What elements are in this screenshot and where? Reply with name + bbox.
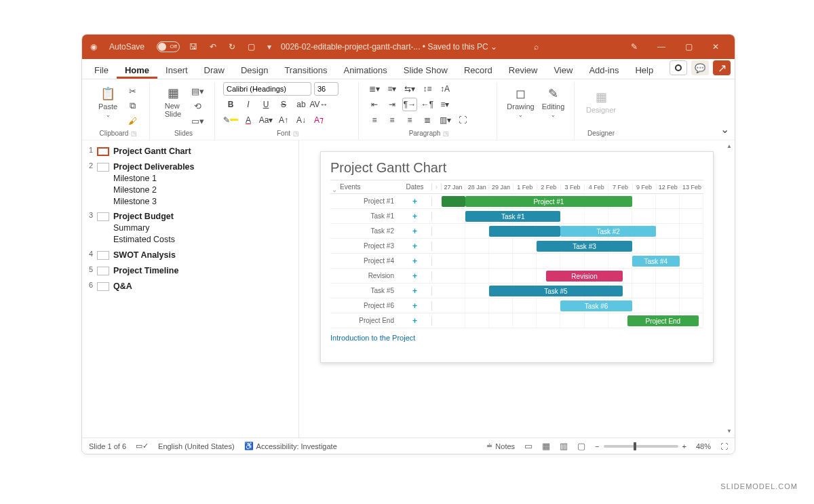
gantt-row[interactable]: Project #6+Task #6 xyxy=(330,298,703,313)
font-name-select[interactable] xyxy=(223,82,311,96)
sorter-view-icon[interactable]: ▦ xyxy=(542,441,550,451)
format-painter-icon[interactable]: 🖌 xyxy=(125,115,139,127)
outline-slide[interactable]: 3Project BudgetSummaryEstimated Costs xyxy=(86,211,294,246)
undo-icon[interactable]: ↶ xyxy=(207,35,219,59)
tab-insert[interactable]: Insert xyxy=(157,61,196,79)
inc-indent-button[interactable]: ⇥ xyxy=(385,98,400,111)
gantt-chart[interactable]: ⌄EventsDates›27 Jan28 Jan29 Jan1 Feb2 Fe… xyxy=(330,180,703,328)
gantt-row[interactable]: Project #4+Task #4 xyxy=(330,254,703,269)
reset-icon[interactable]: ⟲ xyxy=(191,100,204,112)
tab-slide-show[interactable]: Slide Show xyxy=(395,61,456,79)
underline-button[interactable]: U xyxy=(258,98,273,111)
bullets-button[interactable]: ≣▾ xyxy=(367,82,382,96)
from-beginning-icon[interactable]: ▢ xyxy=(245,35,258,59)
rtl-button[interactable]: ←¶ xyxy=(420,98,435,111)
clear-format-button[interactable]: A⁊ xyxy=(311,113,326,127)
gantt-row[interactable]: Project #3+Task #3 xyxy=(330,239,703,254)
line-spacing-button[interactable]: ↕≡ xyxy=(420,82,435,96)
zoom-out-icon[interactable]: − xyxy=(595,442,599,450)
tab-review[interactable]: Review xyxy=(501,61,546,79)
notes-button[interactable]: ≐ Notes xyxy=(486,442,515,450)
tab-design[interactable]: Design xyxy=(233,61,276,79)
gantt-row[interactable]: Project End+Project End xyxy=(330,313,703,328)
tab-draw[interactable]: Draw xyxy=(196,61,233,79)
slide-counter[interactable]: Slide 1 of 6 xyxy=(89,442,126,450)
scroll-up-icon[interactable]: ▲ xyxy=(726,143,732,150)
drawing-button[interactable]: ◻Drawing⌄ xyxy=(506,82,536,121)
strike-button[interactable]: S xyxy=(276,98,291,111)
camera-mode-icon[interactable] xyxy=(670,60,687,75)
accessibility-status[interactable]: ♿ Accessibility: Investigate xyxy=(244,442,337,450)
highlight-button[interactable]: ✎ xyxy=(223,113,238,127)
list-level-button[interactable]: ⇆▾ xyxy=(402,82,417,96)
fit-window-icon[interactable]: ⛶ xyxy=(720,442,728,450)
shadow-button[interactable]: ab xyxy=(294,98,309,111)
vertical-scrollbar[interactable]: ▲ ▼ xyxy=(726,151,732,427)
maximize-icon[interactable]: ▢ xyxy=(675,35,702,59)
redo-icon[interactable]: ↻ xyxy=(226,35,238,59)
search-icon[interactable]: ⌕ xyxy=(531,35,541,59)
text-direction-button[interactable]: ↕A xyxy=(438,82,452,96)
gantt-row[interactable]: Task #1+Task #1 xyxy=(330,209,703,224)
paste-button[interactable]: 📋Paste⌄ xyxy=(93,82,123,121)
italic-button[interactable]: I xyxy=(241,98,256,111)
copy-icon[interactable]: ⧉ xyxy=(125,100,139,112)
justify-button[interactable]: ≣ xyxy=(420,113,435,127)
collapse-ribbon-icon[interactable]: ⌄ xyxy=(720,123,729,136)
outline-slide[interactable]: 1Project Gantt Chart xyxy=(86,146,294,157)
gantt-row[interactable]: Revision+Revision xyxy=(330,269,703,284)
tab-file[interactable]: File xyxy=(86,61,117,79)
zoom-control[interactable]: − + xyxy=(595,442,686,450)
autosave-toggle[interactable]: Off xyxy=(157,41,180,52)
shrink-font-button[interactable]: A↓ xyxy=(294,113,309,127)
font-color-button[interactable]: A xyxy=(241,113,256,127)
normal-view-icon[interactable]: ▭ xyxy=(524,441,532,451)
gantt-row[interactable]: Task #5+Task #5 xyxy=(330,284,703,298)
grow-font-button[interactable]: A↑ xyxy=(276,113,291,127)
comments-icon[interactable]: 💬 xyxy=(691,60,709,75)
gantt-row[interactable]: Task #2+Task #2 xyxy=(330,224,703,239)
zoom-percent[interactable]: 48% xyxy=(696,442,711,450)
tab-view[interactable]: View xyxy=(545,61,581,79)
dec-indent-button[interactable]: ⇤ xyxy=(367,98,382,111)
slideshow-view-icon[interactable]: ▢ xyxy=(577,441,585,451)
tab-transitions[interactable]: Transitions xyxy=(276,61,335,79)
save-icon[interactable]: 🖫 xyxy=(187,35,200,59)
columns-button[interactable]: ▥▾ xyxy=(438,113,452,127)
gantt-row[interactable]: Project #1+Project #1 xyxy=(330,194,703,209)
tab-add-ins[interactable]: Add-ins xyxy=(581,61,627,79)
layout-icon[interactable]: ▤▾ xyxy=(191,85,204,97)
align-right-button[interactable]: ≡ xyxy=(402,113,417,127)
language-status[interactable]: English (United States) xyxy=(158,442,235,450)
spell-check-icon[interactable]: ▭✓ xyxy=(136,442,149,450)
tab-help[interactable]: Help xyxy=(627,61,661,79)
align-center-button[interactable]: ≡ xyxy=(385,113,400,127)
tab-record[interactable]: Record xyxy=(456,61,501,79)
outline-slide[interactable]: 2Project DeliverablesMilestone 1Mileston… xyxy=(86,161,294,208)
outline-pane[interactable]: 1Project Gantt Chart2Project Deliverable… xyxy=(82,140,299,438)
share-button[interactable]: ↗ xyxy=(713,60,731,75)
tab-animations[interactable]: Animations xyxy=(336,61,395,79)
slide-subtitle[interactable]: Introduction to the Project xyxy=(330,334,703,342)
font-size-select[interactable] xyxy=(314,82,338,96)
align-left-button[interactable]: ≡ xyxy=(367,113,382,127)
editing-button[interactable]: ✎Editing⌄ xyxy=(539,82,568,121)
char-spacing-button[interactable]: AV↔ xyxy=(311,98,326,111)
scroll-down-icon[interactable]: ▼ xyxy=(726,428,732,435)
align-text-button[interactable]: ≡▾ xyxy=(438,98,452,111)
outline-slide[interactable]: 5Project Timeline xyxy=(86,265,294,277)
numbering-button[interactable]: ≡▾ xyxy=(385,82,400,96)
new-slide-button[interactable]: ▦New Slide xyxy=(158,82,188,121)
outline-slide[interactable]: 4SWOT Analysis xyxy=(86,250,294,261)
close-icon[interactable]: ✕ xyxy=(702,35,729,59)
section-icon[interactable]: ▭▾ xyxy=(191,115,204,127)
minimize-icon[interactable]: — xyxy=(648,35,675,59)
change-case-button[interactable]: Aa▾ xyxy=(258,113,273,127)
slide-canvas[interactable]: Project Gantt Chart ⌄EventsDates›27 Jan2… xyxy=(320,151,714,363)
reading-view-icon[interactable]: ▥ xyxy=(560,441,568,451)
bold-button[interactable]: B xyxy=(223,98,238,111)
ltr-button[interactable]: ¶→ xyxy=(402,98,417,111)
cut-icon[interactable]: ✂ xyxy=(125,85,139,97)
qatoolbar-more-icon[interactable]: ▾ xyxy=(265,35,274,59)
smartart-button[interactable]: ⛶ xyxy=(455,113,470,127)
